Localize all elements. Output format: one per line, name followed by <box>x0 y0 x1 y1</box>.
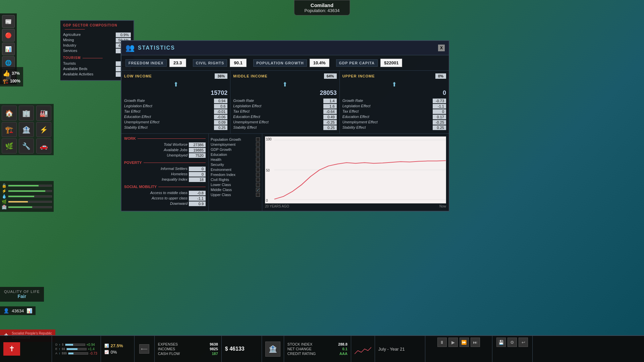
upper-unemployment-row: Unemployment Effect -0.25 <box>342 120 446 125</box>
zero-pct: 0% <box>111 350 117 355</box>
cb-middle-class[interactable]: Middle Class ✓ <box>211 188 260 192</box>
quality-value: Fair <box>4 294 40 299</box>
cb-education[interactable]: Education <box>211 153 260 157</box>
chart-label-left: 20 YEARS AGO <box>265 204 289 208</box>
build-icon-4[interactable]: 🏗️ <box>2 122 17 137</box>
sidebar-icon-stats[interactable]: 📊 <box>2 43 15 55</box>
cb-upper-class[interactable]: Upper Class <box>211 193 260 197</box>
cb-health[interactable]: Health <box>211 158 260 162</box>
upper-income-number: 0 <box>342 89 446 97</box>
play-button[interactable]: ▶ <box>448 338 458 347</box>
bottom-grid: WORK Total Worforce 27386 Available Jobs… <box>121 134 449 211</box>
low-income-tax-row: Tax Effect -0.01 <box>124 109 227 114</box>
stats-top-row: FREEDOM INDEX 23.3 CIVIL RIGHTS 90.1 POP… <box>121 55 449 71</box>
save-button[interactable]: 💾 <box>496 338 506 347</box>
build-icon-1[interactable]: 🏠 <box>2 106 17 121</box>
approval-value: 37% <box>12 71 20 76</box>
gauge-track-3 <box>8 195 52 197</box>
close-button[interactable]: X <box>438 45 445 51</box>
cb-unemployment[interactable]: Unemployment <box>211 142 260 146</box>
cb-population-growth[interactable]: Population Growth <box>211 137 260 141</box>
chart-icon-small[interactable]: 📊 <box>26 308 32 313</box>
freedom-index-label: FREEDOM INDEX <box>125 59 167 67</box>
bottom-stock-chart <box>351 336 375 362</box>
approval2-value: 100% <box>10 79 20 83</box>
build-icon-7[interactable]: 🌿 <box>2 138 17 154</box>
cb-freedom-index[interactable]: Freedom Index <box>211 173 260 177</box>
upper-income-pct: 0% <box>435 73 446 79</box>
bank-icon[interactable]: 🏦 <box>265 342 280 357</box>
play-pause-button[interactable]: ⏸ <box>437 338 447 347</box>
upper-stability-row: Stability Effect 0.25 <box>342 125 446 130</box>
upper-legislation-row: Legislation Effect -1.1 <box>342 104 446 109</box>
bottom-bank-icon[interactable]: 🏦 <box>262 336 284 362</box>
game-date: July - Year 21 <box>378 347 422 352</box>
cb-security[interactable]: Security <box>211 163 260 167</box>
upper-growth-row: Growth Rate -0.73 <box>342 99 446 103</box>
middle-income-section: MIDDLE INCOME 64% ⬆ 28053 Growth Rate 1.… <box>230 71 339 133</box>
gauge-track-1 <box>8 185 52 187</box>
quality-title: QUALITY OF LIFE <box>4 290 40 294</box>
cb-environment[interactable]: Environment <box>211 168 260 172</box>
work-section: WORK Total Worforce 27386 Available Jobs… <box>121 134 209 211</box>
gauge-fill-4 <box>8 201 28 202</box>
low-income-header: LOW INCOME 36% <box>124 73 227 79</box>
pop-growth-value: 10.4% <box>310 59 329 67</box>
sidebar-icon-badge[interactable]: 🔴 <box>2 29 15 42</box>
build-icon-2[interactable]: 🏢 <box>19 106 34 121</box>
low-income-title: LOW INCOME <box>124 74 152 78</box>
gauge-row-5: 🏥 <box>2 205 52 209</box>
bottom-flag: ✝ <box>3 342 20 356</box>
bottom-budget-section: 📊 27.5% 📈 0% <box>101 336 135 362</box>
available-jobs-row: Available Jobs 19885 <box>124 148 206 153</box>
build-icon-8[interactable]: 🔧 <box>19 138 34 154</box>
city-info-bar: Comiland Population: 43634 <box>294 0 350 15</box>
exit-button[interactable]: ↩ <box>519 338 528 347</box>
bottom-total-cash: $ 46133 <box>222 336 262 362</box>
agriculture-row: Agriculture 0.9% <box>63 33 131 37</box>
gauge-row-1: 🔒 <box>2 183 52 188</box>
downward-row: Downward 0.9 <box>124 201 206 206</box>
upper-tax-row: Tax Effect 0 <box>342 109 446 114</box>
eco-val-1: +0.94 <box>87 343 95 347</box>
gauge-track-2 <box>8 190 52 192</box>
upper-income-person-icon: ⬆ <box>342 81 446 88</box>
build-icon-3[interactable]: 🏭 <box>36 106 51 121</box>
informal-settlers-row: Informal Settlers 0 <box>124 167 206 171</box>
gauge-icon-1: 🔒 <box>2 183 6 188</box>
skip-button[interactable]: ⏭ <box>471 338 480 347</box>
upper-income-header: UPPER INCOME 0% <box>342 73 446 79</box>
gauge-fill-3 <box>8 196 34 197</box>
poverty-section-header: POVERTY <box>124 161 206 165</box>
budget-row: 📊 27.5% <box>104 343 131 348</box>
build-icon-9[interactable]: 🚗 <box>36 138 51 154</box>
eco-row-3: A ↑ $$$ -0.73 <box>55 352 97 355</box>
economy-indicators: D ↑ $ +0.94 E ↑ $$ +1.4 A ↑ $$$ <box>55 343 97 355</box>
eco-val-2: +1.4 <box>88 347 95 351</box>
chart-label-right: Now <box>439 204 446 208</box>
cb-lower-class[interactable]: Lower Class <box>211 183 260 187</box>
sidebar-icon-newspaper[interactable]: 📰 <box>2 15 15 28</box>
bottom-finance-section: EXPENSES 9638 INCOMES 9825 CASH FLOW 187 <box>155 336 222 362</box>
access-upper-row: Access to upper class -1.1 <box>124 196 206 201</box>
arrow-button[interactable]: ⟵ <box>139 344 149 354</box>
gauge-icon-4: 🌿 <box>2 199 6 204</box>
cash-flow-row: CASH FLOW 187 <box>158 352 218 356</box>
mid-growth-row: Growth Rate 1.4 <box>233 99 336 103</box>
gauge-section: 🔒 ⚡ 💧 🌿 🏥 <box>0 181 54 212</box>
bottom-date-section: July - Year 21 <box>375 336 425 362</box>
stats-header: 👥 STATISTICS X <box>121 41 449 55</box>
fast-forward-button[interactable]: ⏩ <box>460 338 469 347</box>
build-icon-6[interactable]: ⚡ <box>36 122 51 137</box>
gauge-track-5 <box>8 206 52 208</box>
building-icon: 🏗️ <box>3 78 8 84</box>
cb-gdp-growth[interactable]: GDP Growth <box>211 147 260 152</box>
build-icon-5[interactable]: 🏦 <box>19 122 34 137</box>
nav-arrows: ⟵ <box>138 344 151 354</box>
cb-civil-rights[interactable]: Civil Rights <box>211 178 260 182</box>
zero-pct-row: 📈 0% <box>104 350 131 355</box>
gauge-fill-2 <box>8 190 45 192</box>
settings-button[interactable]: ⚙ <box>507 338 517 347</box>
access-middle-row: Access to middle class -0.8 <box>124 191 206 195</box>
mid-legislation-row: Legislation Effect 1.6 <box>233 104 336 109</box>
